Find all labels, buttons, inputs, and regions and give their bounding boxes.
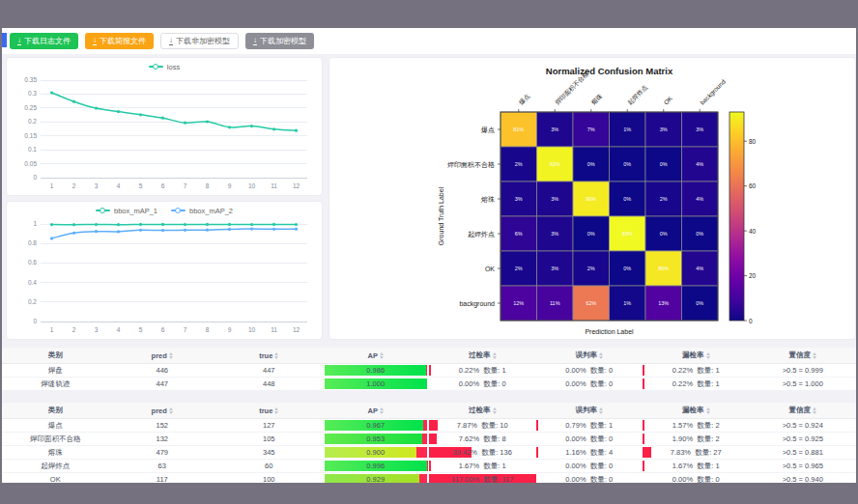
svg-text:background: background [459,300,495,308]
svg-text:起焊炸点: 起焊炸点 [468,231,495,238]
svg-text:background: background [699,77,728,106]
metrics-table-1: 类别predtrueAP过检率误判率漏检率置信度焊盘4464470.9860.2… [2,348,856,391]
legend-label: loss [167,63,180,71]
svg-text:0.2: 0.2 [28,298,37,305]
ap-cell: 0.996 [323,460,430,473]
download-report-button[interactable]: ↓ 下载简报文件 [85,33,154,49]
column-header-误判率[interactable]: 误判率 [536,403,644,419]
true-cell: 105 [215,433,323,446]
miss-rate-cell: 0.22% 数量: 1 [643,364,750,378]
button-label: 下载日志文件 [24,38,71,45]
svg-text:4: 4 [117,326,121,333]
column-header-漏检率[interactable]: 漏检率 [643,403,750,419]
over-rate-cell: 1.67% 数量: 1 [429,460,536,473]
pred-cell: 63 [109,460,216,473]
true-cell: 447 [215,364,323,378]
download-icon: ↓ [17,37,21,45]
column-header-AP[interactable]: AP [323,348,430,364]
sort-icon[interactable] [599,352,603,359]
column-label: true [259,351,272,360]
legend-item-bbox-map-1[interactable]: bbox_mAP_1 [96,207,157,215]
download-icon: ↓ [93,37,97,45]
column-header-置信度[interactable]: 置信度 [750,403,857,419]
svg-text:5: 5 [139,326,143,333]
sort-icon[interactable] [380,407,384,414]
map-legend: bbox_mAP_1 bbox_mAP_2 [10,203,319,218]
download-encrypted-model-button[interactable]: ↓ 下载加密模型 [245,33,314,49]
svg-text:1: 1 [33,220,37,227]
true-cell: 127 [215,419,323,433]
svg-text:7: 7 [184,182,187,189]
column-label: 类别 [48,406,63,415]
table-row: OK1171000.929117.00% 数量: 1170.00% 数量: 00… [2,473,856,484]
svg-text:0%: 0% [587,161,595,167]
confidence-cell: >0.5 = 0.940 [750,473,857,484]
ap-cell: 0.953 [323,433,430,446]
svg-text:爆点: 爆点 [481,126,495,134]
sort-icon[interactable] [813,352,816,359]
svg-text:1: 1 [50,326,54,333]
table-row: 焊缝轨迹4474481.0000.00% 数量: 00.00% 数量: 00.2… [2,378,856,391]
sort-icon[interactable] [380,352,384,359]
svg-text:0%: 0% [623,266,631,271]
class-name-cell: 焊印面积不合格 [2,433,109,446]
column-label: 置信度 [789,406,812,415]
column-header-漏检率[interactable]: 漏检率 [643,348,750,364]
svg-text:0%: 0% [696,300,703,306]
column-header-true[interactable]: true [215,348,323,364]
map-chart: 00.20.40.60.81123456789101112 [10,218,319,336]
column-header-误判率[interactable]: 误判率 [536,348,644,364]
svg-text:Normalized Confusion Matrix: Normalized Confusion Matrix [546,66,673,76]
ap-cell: 0.900 [323,446,430,460]
sort-icon[interactable] [493,407,497,414]
column-header-过检率[interactable]: 过检率 [429,403,536,419]
svg-text:4: 4 [117,182,121,189]
table-row: 焊盘4464470.9860.22% 数量: 10.00% 数量: 00.22%… [2,364,856,378]
column-header-pred[interactable]: pred [109,403,216,419]
page-content: ↓ 下载日志文件 ↓ 下载简报文件 ↓ 下载非加密模型 ↓ 下载加密模型 los… [2,28,856,483]
svg-text:62%: 62% [586,300,596,306]
miss-rate-cell: 0.00% 数量: 0 [643,473,750,484]
line-marker-icon [149,64,163,70]
sort-icon[interactable] [493,352,497,359]
svg-text:6: 6 [161,182,165,189]
confidence-cell: >0.5 = 1.000 [750,378,857,391]
map-chart-card: bbox_mAP_1 bbox_mAP_2 00.20.40.60.811234… [6,201,323,340]
svg-text:0%: 0% [623,196,631,202]
sort-icon[interactable] [274,352,278,359]
sort-icon[interactable] [274,407,278,414]
svg-text:熔珠: 熔珠 [481,196,495,203]
download-log-button[interactable]: ↓ 下载日志文件 [10,33,78,49]
sort-icon[interactable] [169,352,173,359]
sort-icon[interactable] [169,407,173,414]
sort-icon[interactable] [706,352,710,359]
svg-text:81%: 81% [513,126,524,132]
column-header-类别: 类别 [2,348,109,364]
legend-item-loss[interactable]: loss [149,63,180,71]
svg-text:11%: 11% [550,300,560,306]
column-header-true[interactable]: true [215,403,323,419]
rate-bar [643,365,644,376]
line-marker-icon [96,208,110,213]
sort-icon[interactable] [813,407,816,414]
column-header-pred[interactable]: pred [109,348,216,364]
svg-text:起焊炸点: 起焊炸点 [626,83,649,106]
column-label: true [259,406,272,415]
legend-item-bbox-map-2[interactable]: bbox_mAP_2 [171,207,233,215]
class-name-cell: 焊盘 [2,364,109,378]
over-rate-cell: 0.22% 数量: 1 [429,364,536,378]
svg-text:12: 12 [293,182,300,189]
column-label: AP [368,406,378,415]
column-header-置信度[interactable]: 置信度 [750,348,857,364]
column-label: pred [152,351,167,360]
column-header-AP[interactable]: AP [323,403,430,419]
sort-icon[interactable] [706,407,710,414]
left-column: loss 00.050.10.150.20.250.30.35123456789… [6,57,323,340]
ap-cell: 0.967 [323,419,430,433]
sort-icon[interactable] [599,407,603,414]
svg-text:6: 6 [161,326,165,333]
svg-text:0.05: 0.05 [24,160,37,167]
download-plain-model-button[interactable]: ↓ 下载非加密模型 [160,33,239,49]
metrics-tables: 类别predtrueAP过检率误判率漏检率置信度焊盘4464470.9860.2… [2,348,856,483]
column-header-过检率[interactable]: 过检率 [429,348,536,364]
